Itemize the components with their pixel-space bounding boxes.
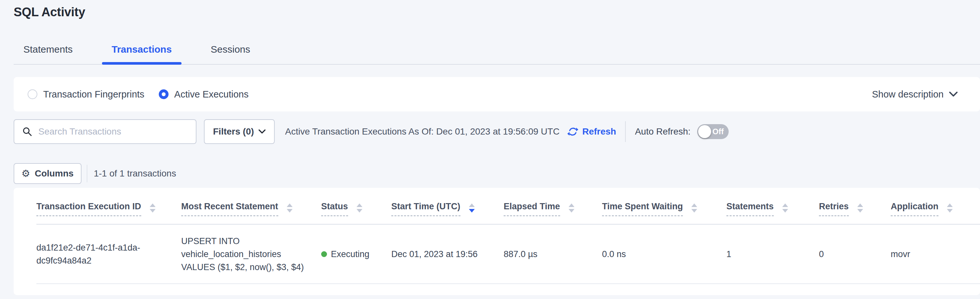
cell-statements: 1	[726, 248, 819, 261]
radio-label: Transaction Fingerprints	[43, 89, 145, 100]
columns-button[interactable]: ⚙ Columns	[14, 163, 81, 184]
column-header-transaction-execution-id[interactable]: Transaction Execution ID	[37, 201, 181, 216]
refresh-label: Refresh	[582, 126, 616, 137]
cell-start-time: Dec 01, 2023 at 19:56	[391, 248, 504, 261]
show-description-toggle[interactable]: Show description	[872, 89, 958, 100]
radio-unselected-icon[interactable]	[28, 90, 37, 99]
column-header-elapsed-time[interactable]: Elapsed Time	[504, 201, 602, 216]
column-header-status[interactable]: Status	[321, 201, 391, 216]
toolbar-divider	[625, 121, 626, 142]
column-header-most-recent-statement[interactable]: Most Recent Statement	[181, 201, 321, 216]
cell-retries: 0	[819, 248, 891, 261]
toolbar: Filters (0) Active Transaction Execution…	[14, 119, 980, 144]
column-header-retries[interactable]: Retries	[819, 201, 891, 216]
results-divider	[87, 165, 88, 182]
column-header-application[interactable]: Application	[891, 201, 974, 216]
radio-selected-icon[interactable]	[159, 90, 169, 99]
tab-statements[interactable]: Statements	[14, 44, 83, 64]
sort-icon[interactable]	[947, 203, 953, 213]
search-box[interactable]	[14, 119, 196, 144]
sort-icon[interactable]	[691, 203, 697, 213]
radio-transaction-fingerprints[interactable]: Transaction Fingerprints	[28, 89, 145, 100]
table-header-row: Transaction Execution ID Most Recent Sta…	[37, 188, 980, 225]
cell-status: Executing	[321, 248, 391, 261]
search-input[interactable]	[38, 126, 189, 137]
cell-transaction-execution-id: da1f21e2-de71-4c1f-a1da-dc9fc94a84a2	[37, 241, 181, 267]
filters-button-label: Filters (0)	[213, 126, 254, 137]
tab-transactions[interactable]: Transactions	[102, 44, 181, 64]
view-mode-card: Transaction Fingerprints Active Executio…	[14, 77, 980, 112]
auto-refresh-toggle[interactable]: Off	[697, 124, 729, 139]
filters-button[interactable]: Filters (0)	[204, 119, 275, 144]
result-count: 1-1 of 1 transactions	[94, 168, 176, 179]
radio-label: Active Executions	[174, 89, 249, 100]
refresh-button[interactable]: Refresh	[567, 126, 616, 137]
sort-icon[interactable]	[287, 203, 293, 213]
cell-time-spent-waiting: 0.0 ns	[602, 248, 726, 261]
show-description-label: Show description	[872, 89, 943, 100]
toggle-state-label: Off	[713, 127, 724, 136]
search-icon	[22, 126, 32, 137]
results-bar: ⚙ Columns 1-1 of 1 transactions	[14, 163, 176, 184]
transactions-table: Transaction Execution ID Most Recent Sta…	[14, 188, 980, 295]
column-header-start-time[interactable]: Start Time (UTC)	[391, 201, 504, 216]
cell-elapsed-time: 887.0 µs	[504, 248, 602, 261]
gear-icon: ⚙	[21, 169, 30, 178]
status-badge: Executing	[331, 248, 369, 261]
sort-icon[interactable]	[857, 203, 863, 213]
sort-icon[interactable]	[150, 203, 156, 213]
auto-refresh-label: Auto Refresh:	[635, 126, 690, 137]
tab-sessions[interactable]: Sessions	[201, 44, 260, 64]
sort-icon[interactable]	[569, 203, 574, 213]
radio-active-executions[interactable]: Active Executions	[159, 89, 249, 100]
table-row: da1f21e2-de71-4c1f-a1da-dc9fc94a84a2 UPS…	[37, 225, 980, 284]
column-header-statements[interactable]: Statements	[726, 201, 819, 216]
cell-most-recent-statement: UPSERT INTO vehicle_location_histories V…	[181, 235, 321, 273]
chevron-down-icon	[258, 130, 266, 134]
column-header-time-spent-waiting[interactable]: Time Spent Waiting	[602, 201, 726, 216]
columns-button-label: Columns	[35, 168, 74, 179]
as-of-timestamp: Active Transaction Executions As Of: Dec…	[285, 126, 560, 137]
tab-bar: Statements Transactions Sessions	[14, 0, 980, 65]
toggle-knob[interactable]	[698, 125, 711, 138]
sort-icon-active-desc[interactable]	[469, 203, 475, 213]
sort-icon[interactable]	[356, 203, 363, 213]
status-executing-icon	[321, 251, 327, 257]
chevron-down-icon	[949, 91, 958, 97]
refresh-icon	[567, 126, 578, 137]
cell-application: movr	[891, 248, 980, 261]
sort-icon[interactable]	[782, 203, 788, 213]
